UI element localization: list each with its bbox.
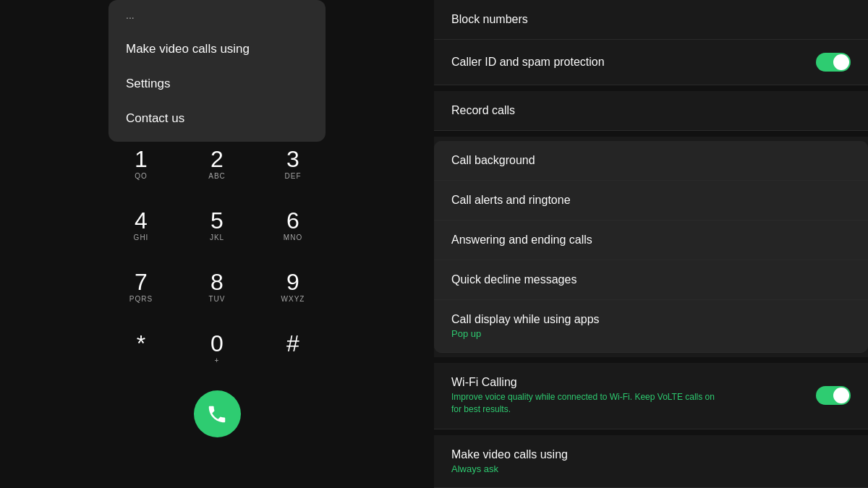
dialpad-row-4: * 0 + # bbox=[114, 322, 320, 376]
key-6[interactable]: 6 MNO bbox=[266, 199, 320, 253]
right-panel: Block numbers Caller ID and spam protect… bbox=[434, 0, 868, 488]
key-4[interactable]: 4 GHI bbox=[114, 199, 169, 253]
separator-4 bbox=[434, 429, 868, 435]
key-7[interactable]: 7 PQRS bbox=[114, 260, 169, 314]
phone-icon bbox=[206, 403, 228, 425]
dialpad-row-1: 1 QO 2 ABC 3 DEF bbox=[114, 137, 320, 192]
key-hash[interactable]: # bbox=[266, 322, 320, 376]
contact-us-menu-item[interactable]: Contact us bbox=[109, 101, 326, 136]
wifi-calling-toggle[interactable] bbox=[816, 386, 851, 405]
separator-3 bbox=[434, 357, 868, 363]
key-2[interactable]: 2 ABC bbox=[190, 137, 244, 192]
dialpad: 1 QO 2 ABC 3 DEF 4 GHI 5 JKL 6 M bbox=[114, 137, 320, 376]
block-numbers-item[interactable]: Block numbers bbox=[434, 0, 868, 40]
wifi-calling-item[interactable]: Wi-Fi Calling Improve voice quality whil… bbox=[434, 363, 868, 429]
dialpad-row-3: 7 PQRS 8 TUV 9 WXYZ bbox=[114, 260, 320, 314]
call-button[interactable] bbox=[194, 390, 241, 437]
key-1[interactable]: 1 QO bbox=[114, 137, 169, 192]
call-background-item[interactable]: Call background bbox=[434, 141, 868, 181]
separator-2 bbox=[434, 131, 868, 137]
make-video-calls-menu-item[interactable]: Make video calls using bbox=[109, 32, 326, 67]
key-5[interactable]: 5 JKL bbox=[190, 199, 244, 253]
key-3[interactable]: 3 DEF bbox=[266, 137, 320, 192]
key-star[interactable]: * bbox=[114, 322, 169, 376]
separator-1 bbox=[434, 85, 868, 91]
caller-id-toggle[interactable] bbox=[816, 53, 851, 72]
call-button-container bbox=[194, 390, 241, 437]
answering-ending-item[interactable]: Answering and ending calls bbox=[434, 221, 868, 260]
settings-list: Block numbers Caller ID and spam protect… bbox=[434, 0, 868, 488]
dropdown-menu: ··· Make video calls using Settings Cont… bbox=[109, 0, 326, 142]
key-8[interactable]: 8 TUV bbox=[190, 260, 244, 314]
left-panel: ··· Make video calls using Settings Cont… bbox=[0, 0, 434, 488]
make-video-calls-item[interactable]: Make video calls using Always ask bbox=[434, 435, 868, 488]
key-0[interactable]: 0 + bbox=[190, 322, 244, 376]
key-9[interactable]: 9 WXYZ bbox=[266, 260, 320, 314]
call-display-item[interactable]: Call display while using apps Pop up bbox=[434, 300, 868, 353]
quick-decline-item[interactable]: Quick decline messages bbox=[434, 260, 868, 300]
settings-group-1: Call background Call alerts and ringtone… bbox=[434, 141, 868, 353]
record-calls-item[interactable]: Record calls bbox=[434, 91, 868, 131]
settings-menu-item[interactable]: Settings bbox=[109, 67, 326, 101]
dropdown-top-item: ··· bbox=[109, 6, 326, 32]
caller-id-item[interactable]: Caller ID and spam protection bbox=[434, 40, 868, 85]
dialpad-row-2: 4 GHI 5 JKL 6 MNO bbox=[114, 199, 320, 253]
call-alerts-item[interactable]: Call alerts and ringtone bbox=[434, 181, 868, 221]
